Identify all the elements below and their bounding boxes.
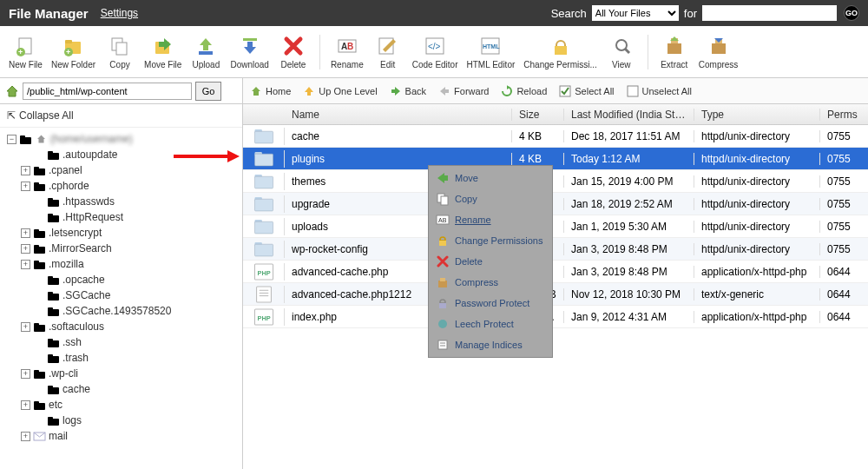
- expander-icon[interactable]: +: [21, 182, 30, 191]
- expander-icon[interactable]: [35, 150, 44, 160]
- new-folder-button[interactable]: +New Folder: [48, 32, 99, 71]
- nav-select-all[interactable]: Select All: [559, 85, 614, 97]
- tree-item[interactable]: logs: [2, 413, 240, 428]
- tree-item[interactable]: .SGCache.1493578520: [2, 303, 240, 319]
- expander-icon[interactable]: +: [21, 244, 30, 254]
- reload-icon: [501, 85, 513, 97]
- search-input[interactable]: [702, 5, 837, 21]
- expander-icon[interactable]: [35, 385, 44, 394]
- ctx-rename[interactable]: ABRename: [429, 209, 552, 230]
- delete-button[interactable]: Delete: [274, 32, 312, 71]
- nav-forward[interactable]: Forward: [438, 85, 489, 97]
- tree-item[interactable]: cache: [2, 381, 240, 397]
- search-scope-select[interactable]: All Your Files: [592, 5, 679, 21]
- expander-icon[interactable]: +: [21, 432, 30, 441]
- compress-button[interactable]: Compress: [695, 32, 742, 71]
- expander-icon[interactable]: [35, 353, 44, 363]
- nav-unselect-all[interactable]: Unselect All: [627, 85, 692, 97]
- copy-button[interactable]: Copy: [101, 32, 139, 71]
- table-row[interactable]: wp-rocket-config4 KBJan 3, 2019 8:48 PMh…: [243, 238, 868, 261]
- tree-item[interactable]: +.cphorde: [2, 178, 240, 194]
- rename-button[interactable]: ABRename: [327, 32, 367, 71]
- expander-icon[interactable]: [35, 197, 44, 207]
- tree-item[interactable]: +mail: [2, 428, 240, 444]
- ctx-lock[interactable]: Password Protect: [429, 293, 552, 314]
- tree-item[interactable]: .HttpRequest: [2, 209, 240, 225]
- table-row[interactable]: upgrade4 KBJan 18, 2019 2:52 AMhttpd/uni…: [243, 193, 868, 215]
- table-header: Name Size Last Modified (India Standard …: [243, 104, 868, 125]
- expander-icon[interactable]: +: [21, 322, 30, 332]
- tree-item[interactable]: .opcache: [2, 272, 240, 287]
- table-row[interactable]: cache4 KBDec 18, 2017 11:51 AMhttpd/unix…: [243, 125, 868, 148]
- tree-root[interactable]: − (home/username): [2, 131, 240, 147]
- tree-item[interactable]: .SGCache: [2, 287, 240, 303]
- tree-item[interactable]: +.letsencrypt: [2, 225, 240, 241]
- expander-icon[interactable]: [35, 275, 44, 285]
- path-go-button[interactable]: Go: [195, 82, 221, 101]
- tree-item[interactable]: .htpasswds: [2, 194, 240, 209]
- ctx-compress[interactable]: Compress: [429, 272, 552, 293]
- nav-home[interactable]: Home: [250, 85, 291, 97]
- tree-item[interactable]: +.wp-cli: [2, 366, 240, 381]
- svg-text:</>: </>: [428, 42, 441, 51]
- tree-item[interactable]: .trash: [2, 350, 240, 366]
- ctx-indices[interactable]: Manage Indices: [429, 334, 552, 355]
- checkbox-checked-icon: [559, 85, 571, 97]
- code-icon: </>: [423, 34, 447, 58]
- table-row[interactable]: advanced-cache.php0 bytesJan 3, 2019 8:4…: [243, 261, 868, 283]
- move-file-button[interactable]: Move File: [141, 32, 185, 71]
- col-name[interactable]: Name: [285, 109, 512, 121]
- file-icon: [243, 150, 285, 168]
- upload-button[interactable]: Upload: [187, 32, 225, 71]
- ctx-perms[interactable]: Change Permissions: [429, 230, 552, 251]
- expander-icon[interactable]: [35, 291, 44, 301]
- path-input[interactable]: [23, 83, 192, 100]
- expander-icon[interactable]: +: [21, 369, 30, 379]
- col-perms[interactable]: Perms: [820, 109, 868, 121]
- expander-icon[interactable]: +: [21, 260, 30, 269]
- table-row[interactable]: plugins4 KBToday 1:12 AMhttpd/unix-direc…: [243, 148, 868, 170]
- home-icon[interactable]: [5, 84, 19, 98]
- change-permissions-button[interactable]: Change Permissi...: [520, 32, 600, 71]
- move-icon: [436, 171, 450, 185]
- tree-item[interactable]: .ssh: [2, 334, 240, 350]
- table-row[interactable]: advanced-cache.php12121.46 KBNov 12, 201…: [243, 283, 868, 306]
- col-type[interactable]: Type: [694, 109, 820, 121]
- extract-button[interactable]: Extract: [655, 32, 694, 71]
- nav-reload[interactable]: Reload: [501, 85, 547, 97]
- view-button[interactable]: View: [602, 32, 641, 71]
- tree-item[interactable]: +.MirrorSearch: [2, 241, 240, 256]
- table-row[interactable]: uploads4 KBJan 1, 2019 5:30 AMhttpd/unix…: [243, 215, 868, 238]
- nav-up[interactable]: Up One Level: [303, 85, 377, 97]
- tree-item[interactable]: +.mozilla: [2, 256, 240, 272]
- expander-icon[interactable]: [35, 213, 44, 222]
- collapse-all[interactable]: ⇱ Collapse All: [0, 104, 242, 128]
- table-row[interactable]: index.php28 bytesJan 9, 2012 4:31 AMappl…: [243, 306, 868, 328]
- expander-icon[interactable]: +: [21, 166, 30, 175]
- ctx-delete[interactable]: Delete: [429, 251, 552, 272]
- expander-icon[interactable]: +: [21, 400, 30, 410]
- download-button[interactable]: Download: [227, 32, 272, 71]
- ctx-move[interactable]: Move: [429, 168, 552, 188]
- search-go-button[interactable]: GO: [844, 5, 859, 21]
- svg-line-32: [625, 49, 629, 53]
- svg-rect-39: [441, 196, 448, 205]
- col-size[interactable]: Size: [512, 109, 564, 121]
- code-editor-button[interactable]: </>Code Editor: [409, 32, 462, 71]
- expander-icon[interactable]: [35, 416, 44, 426]
- expander-icon[interactable]: [35, 338, 44, 347]
- edit-button[interactable]: Edit: [369, 32, 407, 71]
- ctx-copy[interactable]: Copy: [429, 188, 552, 209]
- settings-link[interactable]: Settings: [101, 7, 138, 19]
- svg-rect-20: [199, 51, 213, 55]
- tree-item[interactable]: +.softaculous: [2, 319, 240, 334]
- tree-item[interactable]: +etc: [2, 397, 240, 413]
- html-editor-button[interactable]: HTMLHTML Editor: [464, 32, 519, 71]
- new-file-button[interactable]: +New File: [5, 32, 46, 71]
- expander-icon[interactable]: [35, 307, 44, 316]
- nav-back[interactable]: Back: [390, 85, 426, 97]
- col-modified[interactable]: Last Modified (India Standard Time): [564, 109, 694, 121]
- table-row[interactable]: themes4 KBJan 15, 2019 4:00 PMhttpd/unix…: [243, 170, 868, 193]
- expander-icon[interactable]: +: [21, 228, 30, 238]
- ctx-leech[interactable]: Leech Protect: [429, 314, 552, 334]
